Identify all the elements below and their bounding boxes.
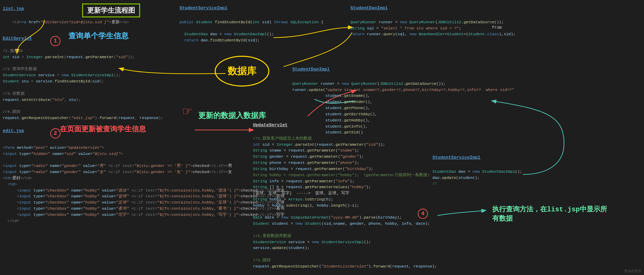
student-service-impl-top-label: StudentServiceImpl xyxy=(179,5,227,11)
list-jsp-code: <td><a href="EditServlet?sid=${stu.sid }… xyxy=(3,13,129,31)
student-service-impl-bottom-label: StudentServiceImpl xyxy=(432,155,480,160)
update-db-heading: 更新的数据入数据库 xyxy=(198,110,266,121)
circle-2: 2 xyxy=(50,128,61,139)
query-student-heading: 查询单个学生信息 xyxy=(68,31,129,41)
student-dao-impl-top-label: StudentDaoImpl xyxy=(350,5,388,11)
database-oval: 数据库 xyxy=(215,56,269,87)
update-page-heading: 在页面更新被查询学生信息 xyxy=(60,124,146,134)
from-text: from xyxy=(492,25,502,30)
list-jsp-label: list.jsp xyxy=(3,6,24,11)
edit-jsp-label: edit.jsp xyxy=(3,128,24,133)
student-dao-impl-bottom-label: StudentDaoImpl xyxy=(292,67,330,72)
execute-query-heading: 执行查询方法，在list.jsp中显示所有数据 xyxy=(492,205,607,223)
student-dao-impl-top-code: QueryRunner runner = new QueryRunner(JDB… xyxy=(350,13,515,37)
watermark: 黑马程序员 xyxy=(624,269,641,274)
edit-jsp-code: <form method="post" action="UpdateServle… xyxy=(3,139,284,224)
circle-1: 1 xyxy=(50,36,61,46)
hand-icon-1: ☞ xyxy=(183,103,191,120)
student-service-impl-top-code: public Student findStudentById(int sid) … xyxy=(179,13,323,43)
edit-servlet-label: EditServlet xyxy=(3,36,32,41)
update-servlet-label: UpdateServlet xyxy=(253,122,287,128)
update-servlet-code: //1.获取客户端提交上来的数据 int sid = Integer.parse… xyxy=(253,129,437,270)
student-service-impl-bottom-code: StudentDao dao = new StudentDaoImpl(); d… xyxy=(432,162,522,187)
edit-servlet-code: /1.接收ID int sid = Integer.parseInt(reque… xyxy=(3,48,163,121)
main-canvas: 更新学生流程图 list.jsp <td><a href="EditServle… xyxy=(0,0,644,275)
student-dao-impl-bottom-code: QueryRunner runner = new QueryRunner(JDB… xyxy=(292,75,514,135)
circle-4: 4 xyxy=(418,209,428,219)
